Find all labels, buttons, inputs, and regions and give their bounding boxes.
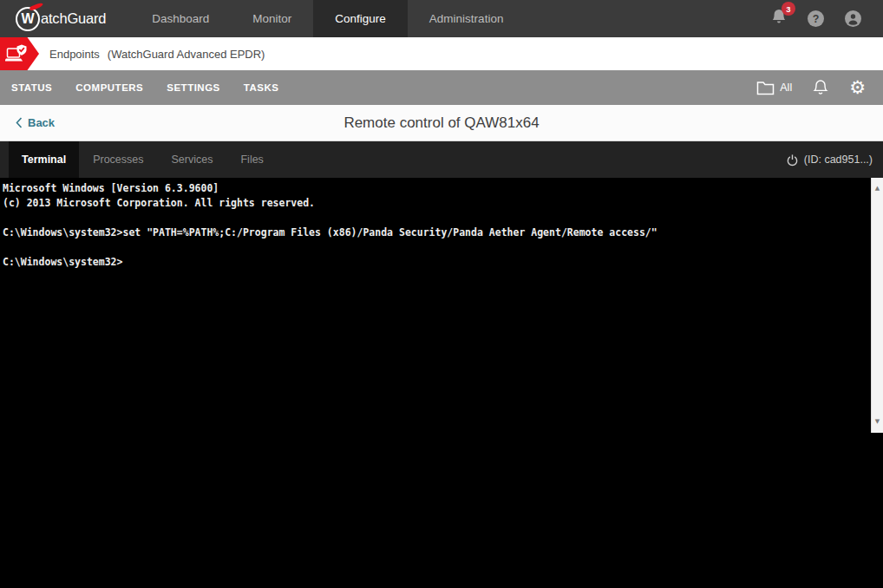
notification-count-badge: 3 [782,2,795,16]
nav-item-configure[interactable]: Configure [313,0,408,37]
alerts-bell-icon[interactable] [813,79,828,96]
nav-item-administration[interactable]: Administration [408,0,526,37]
terminal-line [3,211,866,225]
tab-files[interactable]: Files [226,141,277,178]
chevron-left-icon [16,117,23,128]
section-menu-bar: STATUS COMPUTERS SETTINGS TASKS All ⚙ [0,70,883,105]
back-button[interactable]: Back [16,116,55,129]
product-edition: (WatchGuard Advanced EPDR) [108,48,265,61]
settings-gear-icon[interactable]: ⚙ [849,79,866,97]
logo-w-letter: W [21,12,34,26]
product-bar: Endpoints (WatchGuard Advanced EPDR) [0,37,883,70]
product-name: Endpoints [49,48,100,61]
tab-processes[interactable]: Processes [79,141,157,178]
nav-item-monitor[interactable]: Monitor [231,0,313,37]
power-icon[interactable] [786,154,799,167]
watchguard-logo-circle: W [16,7,40,31]
terminal-line: C:\Windows\system32> [3,255,866,270]
nav-item-dashboard[interactable]: Dashboard [130,0,231,37]
remote-control-tab-bar: Terminal Processes Services Files (ID: c… [0,141,883,178]
scroll-up-icon[interactable]: ▲ [875,178,880,199]
svg-text:?: ? [813,13,820,25]
logo-swoosh-icon [29,2,44,11]
group-filter[interactable]: All [756,81,792,95]
group-filter-label: All [780,82,792,94]
terminal-line: (c) 2013 Microsoft Corporation. All righ… [3,196,866,211]
app-window: W atchGuard Dashboard Monitor Configure … [0,0,883,588]
back-label: Back [28,116,55,129]
endpoints-pennant [0,37,39,70]
menu-bar-right: All ⚙ [756,79,883,97]
notifications-bell-icon[interactable]: 3 [770,8,788,29]
laptop-shield-icon [5,43,28,64]
top-nav-right: 3 ? [770,8,862,29]
user-account-icon[interactable] [844,10,862,28]
terminal-line [3,240,866,255]
terminal-line: Microsoft Windows [Version 6.3.9600] [3,181,866,196]
page-title-bar: Back Remote control of QAW81x64 [0,105,883,141]
scroll-down-icon[interactable]: ▼ [875,411,880,433]
watchguard-logo[interactable]: W atchGuard [16,7,106,31]
session-info: (ID: cad951...) [786,141,883,178]
tab-services[interactable]: Services [158,141,227,178]
folder-icon [756,81,775,95]
help-icon[interactable]: ? [807,10,825,28]
terminal-scrollbar[interactable]: ▲ ▼ [871,178,883,433]
brand-text: atchGuard [41,10,106,27]
menu-item-tasks[interactable]: TASKS [244,82,279,93]
tab-terminal[interactable]: Terminal [9,141,79,178]
menu-item-status[interactable]: STATUS [11,82,52,93]
main-nav: Dashboard Monitor Configure Administrati… [130,0,525,37]
top-nav: W atchGuard Dashboard Monitor Configure … [0,0,883,37]
terminal-output[interactable]: Microsoft Windows [Version 6.3.9600] (c)… [0,178,883,588]
menu-item-computers[interactable]: COMPUTERS [75,82,143,93]
page-title: Remote control of QAW81x64 [0,114,883,132]
session-id-label: (ID: cad951...) [804,154,873,166]
menu-item-settings[interactable]: SETTINGS [167,82,220,93]
terminal-line: C:\Windows\system32>set "PATH=%PATH%;C:/… [3,225,866,240]
